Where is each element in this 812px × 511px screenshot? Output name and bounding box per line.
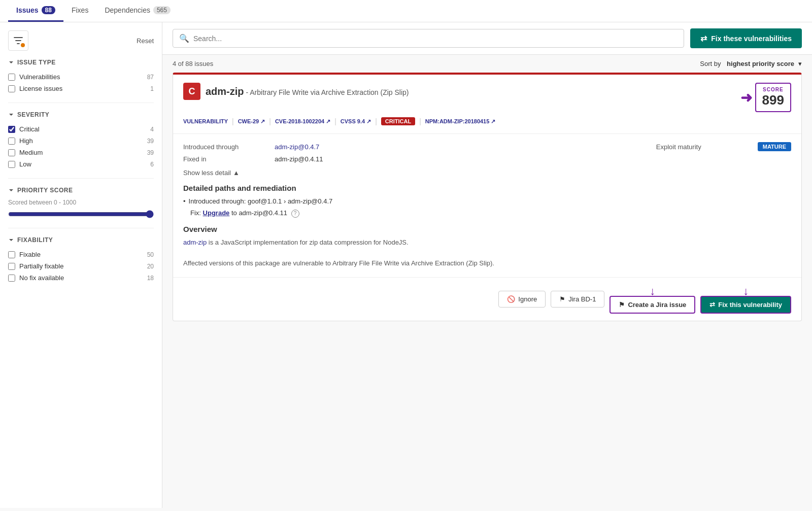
- filter-license-label[interactable]: License issues: [19, 85, 146, 92]
- jira-label: Jira BD-1: [568, 295, 596, 303]
- show-less-detail[interactable]: Show less detail ▲: [183, 169, 791, 177]
- tab-dependencies-label: Dependencies: [105, 6, 150, 14]
- sort-value: highest priority score: [727, 60, 794, 67]
- ignore-icon: 🚫: [507, 295, 515, 303]
- chevron-up-icon: ▲: [233, 169, 240, 177]
- filter-partially-fixable-checkbox[interactable]: [8, 263, 15, 270]
- ignore-button[interactable]: 🚫 Ignore: [498, 291, 546, 308]
- filter-fixable-label[interactable]: Fixable: [19, 251, 143, 258]
- filter-partially-fixable-label[interactable]: Partially fixable: [19, 262, 143, 270]
- tag-cvss[interactable]: CVSS 9.4 ↗: [341, 118, 371, 125]
- filter-critical-count: 4: [150, 126, 154, 133]
- fix-vulnerability-button[interactable]: ⇄ Fix this vulnerability: [700, 296, 791, 314]
- overview-title: Overview: [183, 225, 791, 233]
- tab-issues[interactable]: Issues 88: [8, 0, 63, 22]
- priority-score-slider-container: Scored between 0 - 1000: [8, 199, 154, 220]
- issues-count: 4 of 88 issues: [173, 60, 213, 67]
- filter-high-label[interactable]: High: [19, 137, 143, 145]
- tab-issues-label: Issues: [16, 6, 39, 14]
- chevron-down-icon-severity: [8, 112, 14, 118]
- section-severity-header[interactable]: SEVERITY: [8, 111, 154, 118]
- sort-label: Sort by: [700, 60, 721, 67]
- filter-low: Low 6: [8, 158, 154, 170]
- top-navigation: Issues 88 Fixes Dependencies 565: [0, 0, 812, 22]
- detail-grid: Introduced through adm-zip@0.4.7 Exploit…: [183, 142, 791, 163]
- filter-no-fix-label[interactable]: No fix available: [19, 274, 143, 282]
- filter-license-checkbox[interactable]: [8, 85, 15, 92]
- filter-high-count: 39: [147, 138, 154, 145]
- tab-fixes-label: Fixes: [72, 6, 88, 14]
- fix-vulnerabilities-button[interactable]: ⇄ Fix these vulnerabilities: [690, 28, 802, 48]
- filter-high: High 39: [8, 135, 154, 147]
- filter-high-checkbox[interactable]: [8, 138, 15, 145]
- fix-suffix: to adm-zip@0.4.11: [231, 209, 287, 217]
- issue-tags: VULNERABILITY | CWE-29 ↗ | CVE-2018-1002…: [183, 117, 791, 125]
- jira-bd1-button[interactable]: ⚑ Jira BD-1: [551, 291, 604, 308]
- filter-vulnerabilities-checkbox[interactable]: [8, 74, 15, 81]
- package-name: adm-zip: [206, 86, 244, 97]
- create-jira-button[interactable]: ⚑ Create a Jira issue: [610, 296, 695, 314]
- adm-zip-link[interactable]: adm-zip: [183, 239, 207, 246]
- sidebar: Reset ISSUE TYPE Vulnerabilities 87 Lice…: [0, 22, 162, 508]
- issue-card-adm-zip: C adm-zip - Arbitrary File Write via Arc…: [173, 73, 802, 321]
- priority-score-slider[interactable]: [8, 210, 154, 218]
- tag-cwe[interactable]: CWE-29 ↗: [238, 118, 265, 125]
- filter-critical: Critical 4: [8, 123, 154, 135]
- tab-dependencies[interactable]: Dependencies 565: [96, 0, 179, 22]
- filter-vulnerabilities-count: 87: [147, 74, 154, 81]
- filter-vulnerabilities-label[interactable]: Vulnerabilities: [19, 73, 143, 81]
- overview-line2: Affected versions of this package are vu…: [183, 259, 494, 267]
- filter-partially-fixable-count: 20: [147, 263, 154, 270]
- fixed-in-label: Fixed in: [183, 155, 275, 163]
- tag-critical-badge: CRITICAL: [381, 117, 415, 125]
- priority-score-range-label: Scored between 0 - 1000: [8, 199, 154, 206]
- filter-no-fix-checkbox[interactable]: [8, 275, 15, 282]
- introduced-through-value[interactable]: adm-zip@0.4.7: [275, 143, 656, 151]
- filter-partially-fixable: Partially fixable 20: [8, 260, 154, 272]
- exploit-maturity-label: Exploit maturity: [656, 143, 758, 151]
- filter-medium: Medium 39: [8, 147, 154, 158]
- filter-critical-checkbox[interactable]: [8, 126, 15, 133]
- filter-critical-label[interactable]: Critical: [19, 125, 146, 133]
- filter-low-label[interactable]: Low: [19, 160, 146, 168]
- section-fixability-title: FIXABILITY: [17, 236, 53, 244]
- help-icon[interactable]: ?: [291, 210, 299, 218]
- issues-meta: 4 of 88 issues Sort by highest priority …: [162, 55, 812, 73]
- fix-line: Fix: Upgrade to adm-zip@0.4.11 ?: [190, 209, 791, 218]
- filter-medium-label[interactable]: Medium: [19, 149, 143, 156]
- sort-control[interactable]: Sort by highest priority score ▾: [700, 60, 802, 67]
- filter-fixable-checkbox[interactable]: [8, 251, 15, 258]
- filter-license-count: 1: [150, 85, 154, 92]
- filter-low-checkbox[interactable]: [8, 161, 15, 168]
- package-icon: C: [183, 83, 200, 100]
- reset-link[interactable]: Reset: [137, 37, 154, 45]
- tag-cve[interactable]: CVE-2018-1002204 ↗: [275, 118, 330, 125]
- tab-fixes[interactable]: Fixes: [63, 0, 96, 22]
- score-arrow-icon: ➜: [740, 89, 752, 106]
- section-issue-type-header[interactable]: ISSUE TYPE: [8, 59, 154, 66]
- search-input[interactable]: [193, 35, 678, 43]
- section-fixability-header[interactable]: FIXABILITY: [8, 236, 154, 244]
- section-priority-score-header[interactable]: PRIORITY SCORE: [8, 187, 154, 194]
- section-priority-title: PRIORITY SCORE: [17, 187, 73, 194]
- filter-button[interactable]: [8, 30, 28, 51]
- fix-icon: ⇄: [700, 33, 707, 43]
- chevron-down-icon-priority: [8, 187, 14, 193]
- detailed-paths-title: Detailed paths and remediation: [183, 184, 791, 192]
- filter-fixable-count: 50: [147, 251, 154, 258]
- score-box: SCORE 899: [755, 83, 791, 112]
- jira-icon: ⚑: [559, 295, 565, 303]
- filter-license-issues: License issues 1: [8, 83, 154, 94]
- section-issue-type-title: ISSUE TYPE: [17, 59, 56, 66]
- filter-low-count: 6: [150, 161, 154, 168]
- chevron-down-icon-fixability: [8, 237, 14, 243]
- tag-vulnerability[interactable]: VULNERABILITY: [183, 118, 228, 124]
- issue-card-footer: 🚫 Ignore ⚑ Jira BD-1 ↓ ⚑ Create a Jira i…: [173, 277, 801, 321]
- tag-npm[interactable]: NPM:ADM-ZIP:20180415 ↗: [425, 118, 496, 125]
- upgrade-link[interactable]: Upgrade: [203, 209, 230, 217]
- create-jira-icon: ⚑: [619, 301, 625, 309]
- issues-list: C adm-zip - Arbitrary File Write via Arc…: [162, 73, 812, 508]
- create-jira-section: ↓ ⚑ Create a Jira issue: [610, 285, 695, 314]
- filter-medium-checkbox[interactable]: [8, 149, 15, 156]
- path-item: Introduced through: goof@1.0.1 › adm-zip…: [183, 197, 791, 205]
